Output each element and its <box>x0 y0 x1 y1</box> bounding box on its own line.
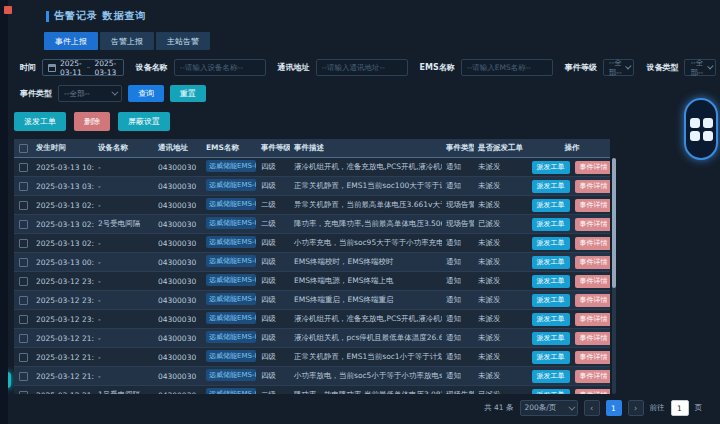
goto-page-input[interactable] <box>671 400 689 416</box>
ems-tag: 远威储能EMS-04.. <box>206 198 256 210</box>
page-number-active[interactable]: 1 <box>606 400 622 416</box>
row-checkbox[interactable] <box>19 315 28 324</box>
header-ems: EMS名称 <box>202 143 257 153</box>
query-button[interactable]: 查询 <box>128 85 164 102</box>
page-size-value: 200条/页 <box>525 403 557 413</box>
row-detail-button[interactable]: 事件详情 <box>575 370 611 383</box>
cell-level: 四级 <box>257 257 290 267</box>
cell-time: 2025-03-12 21:41:53 <box>32 372 94 381</box>
row-checkbox[interactable] <box>19 353 28 362</box>
row-checkbox[interactable] <box>19 296 28 305</box>
table-scrollbar[interactable] <box>612 158 616 394</box>
row-dispatch-button[interactable]: 派发工单 <box>532 351 570 364</box>
row-checkbox[interactable] <box>19 239 28 248</box>
hide-settings-button[interactable]: 屏蔽设置 <box>118 112 170 131</box>
next-page-button[interactable]: › <box>628 400 644 416</box>
tab-master-alarm[interactable]: 主站告警 <box>156 32 210 50</box>
cell-type: 通知 <box>442 333 474 343</box>
date-end[interactable]: 2025-03-13 <box>94 59 117 77</box>
cell-device: - <box>94 353 154 362</box>
row-detail-button[interactable]: 事件详情 <box>575 351 611 364</box>
cell-type: 通知 <box>442 371 474 381</box>
row-dispatch-button[interactable]: 派发工单 <box>532 199 570 212</box>
chevron-down-icon <box>111 89 118 96</box>
row-dispatch-button[interactable]: 派发工单 <box>532 275 570 288</box>
row-detail-button[interactable]: 事件详情 <box>575 332 611 345</box>
cell-level: 四级 <box>257 295 290 305</box>
calendar-icon <box>48 64 56 72</box>
ems-tag: 远威储能EMS-04.. <box>206 217 256 229</box>
row-dispatch-button[interactable]: 派发工单 <box>532 332 570 345</box>
page-size-select[interactable]: 200条/页 <box>520 400 578 416</box>
row-dispatch-button[interactable]: 派发工单 <box>532 237 570 250</box>
row-checkbox[interactable] <box>19 277 28 286</box>
row-dispatch-button[interactable]: 派发工单 <box>532 161 570 174</box>
row-checkbox[interactable] <box>19 182 28 191</box>
cell-time: 2025-03-13 02:46:13 <box>32 220 94 229</box>
cell-level: 二级 <box>257 390 290 394</box>
date-start[interactable]: 2025-03-11 <box>60 59 83 77</box>
cell-device: - <box>94 182 154 191</box>
device-name-input[interactable] <box>174 59 266 76</box>
event-type-select[interactable]: --全部-- <box>58 85 122 102</box>
row-dispatch-button[interactable]: 派发工单 <box>532 218 570 231</box>
row-detail-button[interactable]: 事件详情 <box>575 313 611 326</box>
ems-tag: 远威储能EMS-04.. <box>206 350 256 362</box>
table-row: 2025-03-13 02:36:06 - 04300030 远威储能EMS-0… <box>14 234 610 253</box>
dispatch-workorder-button[interactable]: 派发工单 <box>14 112 66 131</box>
row-checkbox[interactable] <box>19 163 28 172</box>
select-all-checkbox[interactable] <box>19 144 28 153</box>
device-type-select[interactable]: --全部-- <box>684 59 716 76</box>
table-row: 2025-03-12 23:53:42 - 04300030 远威储能EMS-0… <box>14 272 610 291</box>
row-checkbox[interactable] <box>19 334 28 343</box>
row-checkbox[interactable] <box>19 391 28 395</box>
page-header: 告警记录 数据查询 <box>46 9 716 23</box>
cell-type: 通知 <box>442 295 474 305</box>
quick-menu-widget[interactable] <box>684 98 718 160</box>
row-detail-button[interactable]: 事件详情 <box>575 161 611 174</box>
cell-description: 小功率充电，当前soc95大于等于小功率充电soc上限阈值9... <box>290 238 442 248</box>
row-dispatch-button[interactable]: 派发工单 <box>532 313 570 326</box>
row-detail-button[interactable]: 事件详情 <box>575 294 611 307</box>
row-checkbox[interactable] <box>19 372 28 381</box>
row-dispatch-button[interactable]: 派发工单 <box>532 370 570 383</box>
row-checkbox[interactable] <box>19 220 28 229</box>
cell-addr: 04300030 <box>154 182 202 191</box>
cell-description: 降功率，放电降功率,当前最低单体电压3.082v小于电压一... <box>290 390 442 394</box>
row-detail-button[interactable]: 事件详情 <box>575 237 611 250</box>
tab-alarm-report[interactable]: 告警上报 <box>100 32 154 50</box>
header-addr: 通讯地址 <box>154 143 202 153</box>
row-dispatch-button[interactable]: 派发工单 <box>532 389 570 395</box>
table-row: 2025-03-12 21:59:54 - 04300030 远威储能EMS-0… <box>14 348 610 367</box>
reset-button[interactable]: 重置 <box>170 85 206 102</box>
row-checkbox[interactable] <box>19 258 28 267</box>
cell-addr: 04300030 <box>154 372 202 381</box>
prev-page-button[interactable]: ‹ <box>584 400 600 416</box>
row-dispatch-button[interactable]: 派发工单 <box>532 180 570 193</box>
row-detail-button[interactable]: 事件详情 <box>575 218 611 231</box>
grid-icon <box>690 118 713 141</box>
cell-description: EMS终端校时，EMS终端校时 <box>290 257 442 267</box>
cell-dispatched: 未派发 <box>474 371 530 381</box>
event-level-select[interactable]: --全部-- <box>603 59 635 76</box>
row-detail-button[interactable]: 事件详情 <box>575 389 611 395</box>
cell-addr: 04300030 <box>154 315 202 324</box>
row-dispatch-button[interactable]: 派发工单 <box>532 294 570 307</box>
cell-time: 2025-03-13 03:30:40 <box>32 182 94 191</box>
comm-addr-input[interactable] <box>316 59 408 76</box>
row-detail-button[interactable]: 事件详情 <box>575 256 611 269</box>
scrollbar-thumb[interactable] <box>612 158 616 288</box>
delete-button[interactable]: 删除 <box>74 112 110 131</box>
row-checkbox[interactable] <box>19 201 28 210</box>
cell-device: - <box>94 277 154 286</box>
row-detail-button[interactable]: 事件详情 <box>575 275 611 288</box>
total-count: 共 41 条 <box>484 403 513 413</box>
cell-type: 通知 <box>442 314 474 324</box>
row-detail-button[interactable]: 事件详情 <box>575 180 611 193</box>
tab-event-report[interactable]: 事件上报 <box>44 32 98 50</box>
row-dispatch-button[interactable]: 派发工单 <box>532 256 570 269</box>
table-row: 2025-03-13 02:47:52 - 04300030 远威储能EMS-0… <box>14 196 610 215</box>
date-range-picker[interactable]: 2025-03-11 2025-03-13 <box>42 59 124 76</box>
row-detail-button[interactable]: 事件详情 <box>575 199 611 212</box>
ems-name-input[interactable] <box>461 59 553 76</box>
